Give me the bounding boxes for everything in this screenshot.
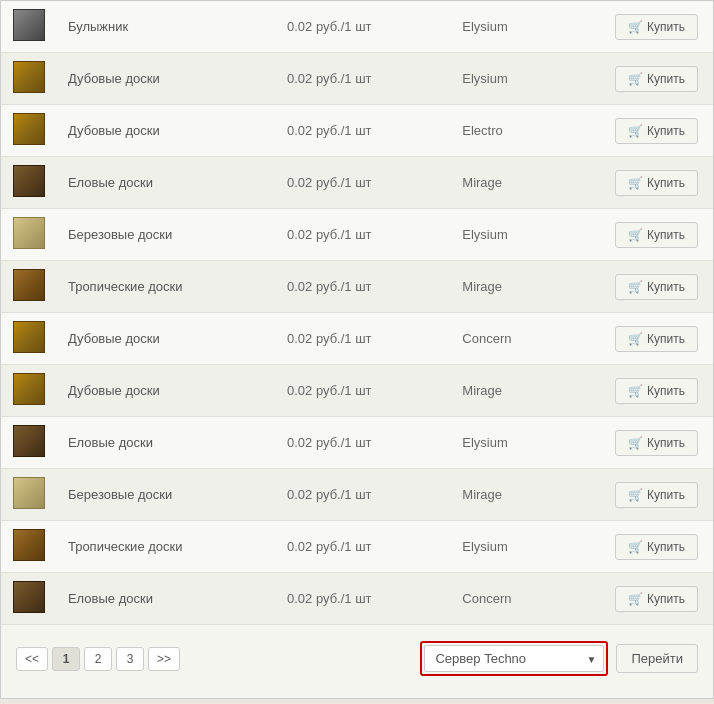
item-icon-cell — [1, 417, 58, 469]
cobble-block-icon — [13, 9, 45, 41]
table-row: Березовые доски0.02 руб./1 штElysium🛒 Ку… — [1, 209, 713, 261]
table-row: Еловые доски0.02 руб./1 штMirage🛒 Купить — [1, 157, 713, 209]
table-row: Булыжник0.02 руб./1 штElysium🛒 Купить — [1, 1, 713, 53]
page-prev-btn[interactable]: << — [16, 647, 48, 671]
pagination-left: << 1 2 3 >> — [16, 647, 180, 671]
cart-icon: 🛒 — [628, 332, 643, 346]
jungle-block-icon — [13, 529, 45, 561]
items-table: Булыжник0.02 руб./1 штElysium🛒 КупитьДуб… — [1, 1, 713, 625]
table-row: Тропические доски0.02 руб./1 штElysium🛒 … — [1, 521, 713, 573]
item-icon-cell — [1, 53, 58, 105]
items-table-wrapper: Булыжник0.02 руб./1 штElysium🛒 КупитьДуб… — [1, 1, 713, 625]
item-name: Булыжник — [58, 1, 277, 53]
buy-button[interactable]: 🛒 Купить — [615, 14, 698, 40]
spruce-block-icon — [13, 425, 45, 457]
item-price: 0.02 руб./1 шт — [277, 157, 452, 209]
item-action-cell: 🛒 Купить — [595, 209, 713, 261]
item-shop: Elysium — [452, 521, 594, 573]
table-row: Тропические доски0.02 руб./1 штMirage🛒 К… — [1, 261, 713, 313]
item-name: Дубовые доски — [58, 313, 277, 365]
cart-icon: 🛒 — [628, 20, 643, 34]
item-action-cell: 🛒 Купить — [595, 105, 713, 157]
buy-button[interactable]: 🛒 Купить — [615, 66, 698, 92]
item-name: Еловые доски — [58, 573, 277, 625]
buy-button[interactable]: 🛒 Купить — [615, 326, 698, 352]
item-shop: Elysium — [452, 1, 594, 53]
spruce-block-icon — [13, 165, 45, 197]
item-action-cell: 🛒 Купить — [595, 365, 713, 417]
cart-icon: 🛒 — [628, 176, 643, 190]
item-price: 0.02 руб./1 шт — [277, 53, 452, 105]
item-name: Дубовые доски — [58, 105, 277, 157]
server-select-container: Сервер TechnoСервер 1Сервер 2 ▼ — [424, 645, 604, 672]
item-icon-cell — [1, 1, 58, 53]
oak-block-icon — [13, 373, 45, 405]
item-shop: Elysium — [452, 53, 594, 105]
item-icon-cell — [1, 365, 58, 417]
item-action-cell: 🛒 Купить — [595, 157, 713, 209]
page-next-btn[interactable]: >> — [148, 647, 180, 671]
item-name: Березовые доски — [58, 469, 277, 521]
server-select[interactable]: Сервер TechnoСервер 1Сервер 2 — [424, 645, 604, 672]
item-shop: Mirage — [452, 469, 594, 521]
item-name: Тропические доски — [58, 521, 277, 573]
page-2-btn[interactable]: 2 — [84, 647, 112, 671]
item-name: Еловые доски — [58, 157, 277, 209]
pagination-bar: << 1 2 3 >> Сервер TechnoСервер 1Сервер … — [1, 629, 713, 688]
item-action-cell: 🛒 Купить — [595, 573, 713, 625]
item-action-cell: 🛒 Купить — [595, 261, 713, 313]
item-action-cell: 🛒 Купить — [595, 53, 713, 105]
oak-block-icon — [13, 321, 45, 353]
buy-button[interactable]: 🛒 Купить — [615, 378, 698, 404]
birch-block-icon — [13, 217, 45, 249]
item-icon-cell — [1, 209, 58, 261]
item-icon-cell — [1, 469, 58, 521]
pagination-right: Сервер TechnoСервер 1Сервер 2 ▼ Перейти — [420, 641, 698, 676]
item-shop: Elysium — [452, 417, 594, 469]
table-row: Еловые доски0.02 руб./1 штElysium🛒 Купит… — [1, 417, 713, 469]
item-name: Тропические доски — [58, 261, 277, 313]
item-shop: Mirage — [452, 261, 594, 313]
table-row: Еловые доски0.02 руб./1 штConcern🛒 Купит… — [1, 573, 713, 625]
buy-button[interactable]: 🛒 Купить — [615, 118, 698, 144]
server-select-wrapper: Сервер TechnoСервер 1Сервер 2 ▼ — [420, 641, 608, 676]
item-action-cell: 🛒 Купить — [595, 469, 713, 521]
item-icon-cell — [1, 157, 58, 209]
item-price: 0.02 руб./1 шт — [277, 209, 452, 261]
oak-block-icon — [13, 61, 45, 93]
item-name: Березовые доски — [58, 209, 277, 261]
go-button[interactable]: Перейти — [616, 644, 698, 673]
item-icon-cell — [1, 313, 58, 365]
cart-icon: 🛒 — [628, 72, 643, 86]
item-icon-cell — [1, 573, 58, 625]
item-price: 0.02 руб./1 шт — [277, 417, 452, 469]
table-row: Дубовые доски0.02 руб./1 штElysium🛒 Купи… — [1, 53, 713, 105]
item-price: 0.02 руб./1 шт — [277, 105, 452, 157]
page-3-btn[interactable]: 3 — [116, 647, 144, 671]
spruce-block-icon — [13, 581, 45, 613]
item-icon-cell — [1, 261, 58, 313]
birch-block-icon — [13, 477, 45, 509]
item-shop: Concern — [452, 573, 594, 625]
buy-button[interactable]: 🛒 Купить — [615, 482, 698, 508]
item-name: Дубовые доски — [58, 365, 277, 417]
item-name: Дубовые доски — [58, 53, 277, 105]
item-shop: Mirage — [452, 365, 594, 417]
buy-button[interactable]: 🛒 Купить — [615, 170, 698, 196]
item-shop: Concern — [452, 313, 594, 365]
buy-button[interactable]: 🛒 Купить — [615, 586, 698, 612]
cart-icon: 🛒 — [628, 540, 643, 554]
cart-icon: 🛒 — [628, 228, 643, 242]
buy-button[interactable]: 🛒 Купить — [615, 222, 698, 248]
item-price: 0.02 руб./1 шт — [277, 469, 452, 521]
item-action-cell: 🛒 Купить — [595, 1, 713, 53]
buy-button[interactable]: 🛒 Купить — [615, 274, 698, 300]
item-price: 0.02 руб./1 шт — [277, 365, 452, 417]
buy-button[interactable]: 🛒 Купить — [615, 534, 698, 560]
item-price: 0.02 руб./1 шт — [277, 1, 452, 53]
cart-icon: 🛒 — [628, 592, 643, 606]
item-shop: Mirage — [452, 157, 594, 209]
page-1-btn[interactable]: 1 — [52, 647, 80, 671]
cart-icon: 🛒 — [628, 124, 643, 138]
buy-button[interactable]: 🛒 Купить — [615, 430, 698, 456]
